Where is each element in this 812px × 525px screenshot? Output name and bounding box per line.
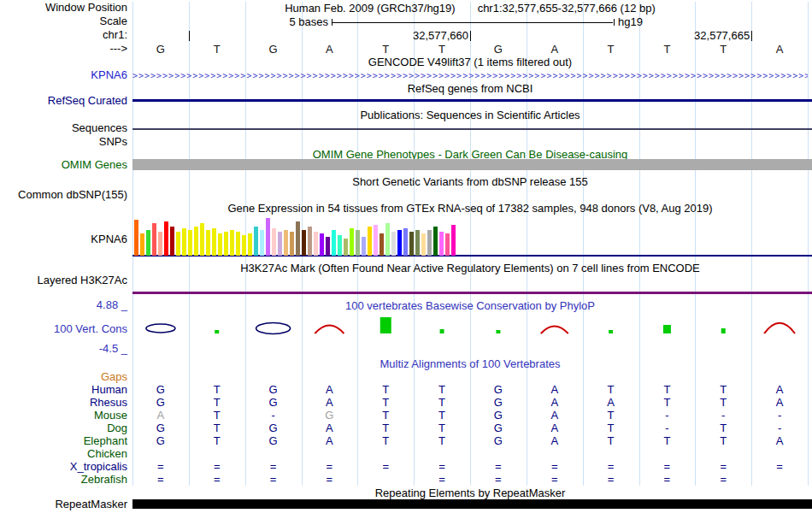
gtex-bar[interactable] xyxy=(134,220,138,256)
gtex-bar[interactable] xyxy=(308,227,312,256)
gencode-gene-strand-arrows[interactable]: >>>>>>>>>>>>>>>>>>>>>>>>>>>>>>>>>>>>>>>>… xyxy=(132,71,808,80)
gtex-bar[interactable] xyxy=(242,235,246,256)
alignment-base: G xyxy=(150,384,171,396)
gtex-bar[interactable] xyxy=(140,233,144,256)
sequences-label[interactable]: Sequences xyxy=(0,122,127,134)
gtex-bar[interactable] xyxy=(266,218,270,256)
gtex-bar[interactable] xyxy=(146,230,150,256)
gtex-bar[interactable] xyxy=(356,230,360,256)
conservation-glyph xyxy=(721,328,726,333)
species-label-human[interactable]: Human xyxy=(0,384,127,396)
gtex-bar[interactable] xyxy=(338,235,342,256)
gtex-bar[interactable] xyxy=(284,230,288,256)
species-label-dog[interactable]: Dog xyxy=(0,422,127,434)
sequences-track-bar[interactable] xyxy=(132,128,812,130)
gtex-bar[interactable] xyxy=(170,227,174,256)
alignment-base: T xyxy=(375,435,396,447)
snps-label[interactable]: SNPs xyxy=(0,136,127,148)
repeatmasker-label[interactable]: RepeatMasker xyxy=(0,498,127,510)
gtex-bar[interactable] xyxy=(278,232,282,256)
gtex-bar[interactable] xyxy=(350,228,354,256)
sequence-base: T xyxy=(432,43,452,56)
species-label-rhesus[interactable]: Rhesus xyxy=(0,397,127,409)
alignment-base: T xyxy=(656,435,677,447)
ruler-tick xyxy=(470,31,471,41)
gtex-bar[interactable] xyxy=(218,233,222,256)
sequence-base: T xyxy=(601,43,621,56)
gtex-bar[interactable] xyxy=(224,232,228,256)
gtex-bar[interactable] xyxy=(344,239,348,256)
gtex-bar[interactable] xyxy=(206,230,210,256)
gtex-bar[interactable] xyxy=(182,228,186,256)
layered-h3k27ac-label[interactable]: Layered H3K27Ac xyxy=(0,274,127,286)
alignment-base: = xyxy=(319,461,339,473)
gtex-bar[interactable] xyxy=(403,228,408,256)
gtex-bar[interactable] xyxy=(380,233,384,256)
gtex-bar[interactable] xyxy=(254,227,258,256)
gtex-bar[interactable] xyxy=(302,230,306,256)
gtex-bar[interactable] xyxy=(290,232,294,256)
gtex-gene-label[interactable]: KPNA6 xyxy=(0,233,127,245)
species-label-x_tropicalis[interactable]: X_tropicalis xyxy=(0,461,127,473)
gtex-bar[interactable] xyxy=(362,237,366,256)
gtex-bar[interactable] xyxy=(272,228,276,256)
gtex-bar[interactable] xyxy=(397,230,402,256)
gtex-bar[interactable] xyxy=(332,230,336,256)
gtex-bar[interactable] xyxy=(421,233,426,256)
refseq-curated-label[interactable]: RefSeq Curated xyxy=(0,95,127,107)
refseq-gene-bar[interactable] xyxy=(132,99,812,102)
gtex-bar[interactable] xyxy=(176,232,180,256)
gtex-bar[interactable] xyxy=(296,221,300,256)
alignment-base: A xyxy=(769,397,790,409)
species-label-mouse[interactable]: Mouse xyxy=(0,410,127,422)
alignment-base: = xyxy=(432,474,452,486)
gtex-bar[interactable] xyxy=(368,227,372,256)
alignment-base: = xyxy=(488,474,509,486)
gtex-bar[interactable] xyxy=(152,223,156,256)
gtex-bar[interactable] xyxy=(445,233,450,256)
gtex-bar[interactable] xyxy=(409,232,414,256)
omim-genes-label[interactable]: OMIM Genes xyxy=(0,159,127,171)
phylop-max-label: 4.88 _ xyxy=(0,299,127,311)
sequence-base: G xyxy=(263,43,284,56)
h3k27ac-signal-bar[interactable] xyxy=(132,292,812,294)
gtex-bar[interactable] xyxy=(212,228,216,256)
gtex-bar[interactable] xyxy=(385,223,390,256)
gaps-label[interactable]: Gaps xyxy=(0,371,127,383)
gtex-bar[interactable] xyxy=(194,227,198,256)
h3k27ac-track-title: H3K27Ac Mark (Often Found Near Active Re… xyxy=(132,262,808,274)
gtex-bar[interactable] xyxy=(314,232,318,256)
gtex-bar[interactable] xyxy=(320,233,324,256)
alignment-base: T xyxy=(375,397,396,409)
repeatmasker-element-bar[interactable] xyxy=(132,499,812,509)
gtex-bar[interactable] xyxy=(391,232,396,256)
gtex-bar[interactable] xyxy=(415,230,420,256)
gtex-bar[interactable] xyxy=(200,223,204,256)
gtex-bar[interactable] xyxy=(433,227,438,256)
species-label-elephant[interactable]: Elephant xyxy=(0,435,127,447)
species-label-chicken[interactable]: Chicken xyxy=(0,448,127,460)
omim-gene-bar[interactable] xyxy=(132,159,812,170)
gencode-gene-label[interactable]: KPNA6 xyxy=(0,69,127,81)
gtex-bar[interactable] xyxy=(158,232,162,256)
gtex-bar[interactable] xyxy=(248,233,252,256)
alignment-base: G xyxy=(150,397,171,409)
publications-track-title: Publications: Sequences in Scientific Ar… xyxy=(132,109,808,121)
alignment-base: A xyxy=(150,410,171,422)
gtex-bar[interactable] xyxy=(164,221,168,256)
sequence-base: T xyxy=(713,43,733,56)
gtex-bar[interactable] xyxy=(427,230,432,256)
alignment-base: T xyxy=(375,384,396,396)
alignment-base: = xyxy=(263,461,284,473)
gtex-bar[interactable] xyxy=(230,230,234,256)
gtex-bar[interactable] xyxy=(326,237,330,256)
gtex-bar[interactable] xyxy=(451,225,456,256)
gtex-bar[interactable] xyxy=(439,232,444,256)
vert-cons-label[interactable]: 100 Vert. Cons xyxy=(0,323,127,335)
gtex-bar[interactable] xyxy=(188,230,192,256)
common-dbsnp-label[interactable]: Common dbSNP(155) xyxy=(0,189,127,201)
gtex-bar[interactable] xyxy=(236,232,240,256)
gtex-bar[interactable] xyxy=(374,225,378,256)
species-label-zebrafish[interactable]: Zebrafish xyxy=(0,474,127,486)
gtex-bar[interactable] xyxy=(260,230,264,256)
